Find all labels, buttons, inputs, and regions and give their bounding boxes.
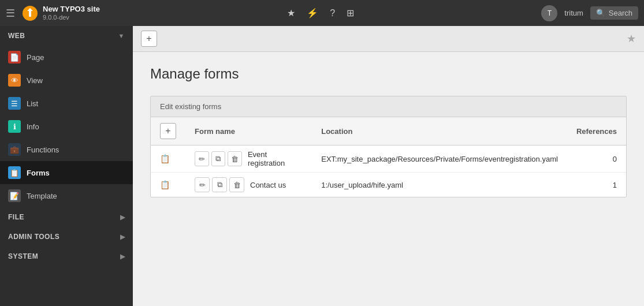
form-location-1: 1:/user_upload/hife.yaml (312, 173, 567, 197)
forms-table-section: Edit existing forms + Form name Location… (150, 96, 627, 197)
sidebar-item-template[interactable]: 📝 Template (0, 184, 133, 207)
form-name-cell: ✏ ⧉ 🗑 Contact us (185, 173, 312, 197)
topbar-right: T tritum 🔍 Search (541, 5, 638, 21)
bookmarks-icon[interactable]: ★ (287, 8, 295, 18)
content-body: Manage forms Edit existing forms + Form … (133, 52, 644, 211)
sidebar-section-admin-header[interactable]: ADMIN TOOLS ▶ (0, 227, 133, 247)
sidebar-item-info-label: Info (27, 122, 39, 131)
info-icon: ℹ (8, 120, 21, 133)
add-form-button[interactable]: + (141, 31, 157, 47)
sidebar-item-functions[interactable]: 💼 Functions (0, 138, 133, 161)
sidebar-section-file-header[interactable]: FILE ▶ (0, 207, 133, 227)
sidebar-section-web: WEB ▼ 📄 Page 👁 View ☰ List ℹ Info 💼 Fun (0, 26, 133, 207)
chevron-right-icon-system: ▶ (120, 253, 125, 260)
table-section-header: Edit existing forms (151, 96, 626, 117)
page-icon: 📄 (8, 51, 21, 64)
sidebar-item-view-label: View (27, 76, 43, 85)
delete-button-0[interactable]: 🗑 (228, 151, 242, 166)
help-icon[interactable]: ? (330, 8, 335, 18)
form-location-0: EXT:my_site_package/Resources/Private/Fo… (312, 145, 567, 173)
content-area: + ★ Manage forms Edit existing forms + F… (133, 26, 644, 306)
form-file-icon: 📋 (160, 180, 170, 189)
forms-table: + Form name Location References 📋 ✏ ⧉ (151, 117, 626, 197)
list-icon: ☰ (8, 97, 21, 110)
form-name-1: Contact us (250, 181, 286, 189)
sidebar-section-system-header[interactable]: SYSTEM ▶ (0, 247, 133, 266)
typo3-logo (22, 5, 38, 21)
page-title: Manage forms (150, 66, 627, 82)
topbar: ☰ New TYPO3 site 9.0.0-dev ★ ⚡ ? ⊞ T tri… (0, 0, 644, 26)
chevron-right-icon: ▶ (120, 214, 125, 221)
sidebar-section-system: SYSTEM ▶ (0, 247, 133, 266)
table-row: 📋 ✏ ⧉ 🗑 Contact us 1:/user_upload/hife.y… (151, 173, 626, 197)
actions-cell: ✏ ⧉ 🗑 Event registration (195, 150, 303, 167)
sidebar-item-forms[interactable]: 📋 Forms (0, 161, 133, 184)
functions-icon: 💼 (8, 143, 21, 156)
col-add: + (151, 117, 185, 145)
add-row-button[interactable]: + (160, 123, 176, 139)
duplicate-button-0[interactable]: ⧉ (211, 151, 226, 166)
hamburger-icon[interactable]: ☰ (6, 7, 15, 20)
flash-icon[interactable]: ⚡ (307, 8, 318, 18)
sidebar-section-file: FILE ▶ (0, 207, 133, 227)
search-icon: 🔍 (596, 9, 605, 17)
forms-icon: 📋 (8, 166, 21, 179)
table-header-row: + Form name Location References (151, 117, 626, 145)
duplicate-button-1[interactable]: ⧉ (212, 177, 227, 192)
chevron-down-icon: ▼ (118, 32, 125, 39)
form-icon-cell: 📋 (151, 145, 185, 173)
grid-icon[interactable]: ⊞ (347, 8, 354, 18)
form-references-1: 1 (567, 173, 626, 197)
delete-button-1[interactable]: 🗑 (229, 177, 244, 192)
avatar[interactable]: T (541, 5, 557, 21)
edit-button-1[interactable]: ✏ (195, 177, 210, 192)
col-location: Location (312, 117, 567, 145)
edit-button-0[interactable]: ✏ (195, 151, 209, 166)
form-name-cell: ✏ ⧉ 🗑 Event registration (185, 145, 312, 173)
sidebar-item-list[interactable]: ☰ List (0, 92, 133, 115)
sidebar-item-page[interactable]: 📄 Page (0, 46, 133, 69)
topbar-left: ☰ New TYPO3 site 9.0.0-dev (6, 5, 100, 21)
form-icon-cell: 📋 (151, 173, 185, 197)
topbar-center: ★ ⚡ ? ⊞ (100, 8, 541, 18)
form-file-icon: 📋 (160, 154, 170, 163)
chevron-right-icon-admin: ▶ (120, 233, 125, 241)
sidebar-item-info[interactable]: ℹ Info (0, 115, 133, 138)
search-box[interactable]: 🔍 Search (590, 6, 638, 20)
site-name: New TYPO3 site (43, 5, 100, 14)
site-info: New TYPO3 site 9.0.0-dev (43, 5, 100, 21)
sidebar-item-functions-label: Functions (27, 145, 59, 154)
form-references-0: 0 (567, 145, 626, 173)
favorite-icon[interactable]: ★ (627, 32, 636, 45)
col-form-name: Form name (185, 117, 312, 145)
actions-cell: ✏ ⧉ 🗑 Contact us (195, 177, 303, 192)
form-name-0: Event registration (248, 150, 303, 167)
sidebar-item-template-label: Template (27, 192, 57, 200)
sidebar-item-list-label: List (27, 99, 38, 108)
sidebar: WEB ▼ 📄 Page 👁 View ☰ List ℹ Info 💼 Fun (0, 26, 133, 306)
search-label: Search (609, 9, 632, 17)
col-references: References (567, 117, 626, 145)
main-layout: WEB ▼ 📄 Page 👁 View ☰ List ℹ Info 💼 Fun (0, 26, 644, 306)
sidebar-item-page-label: Page (27, 53, 44, 62)
sidebar-section-admin: ADMIN TOOLS ▶ (0, 227, 133, 247)
sidebar-section-web-header[interactable]: WEB ▼ (0, 26, 133, 46)
template-icon: 📝 (8, 189, 21, 202)
table-row: 📋 ✏ ⧉ 🗑 Event registration EXT:my_site_p… (151, 145, 626, 173)
sidebar-section-admin-label: ADMIN TOOLS (8, 233, 59, 241)
sidebar-item-view[interactable]: 👁 View (0, 69, 133, 92)
user-name: tritum (564, 9, 583, 17)
site-version: 9.0.0-dev (43, 14, 100, 21)
sidebar-section-system-label: SYSTEM (8, 252, 38, 260)
sidebar-section-web-label: WEB (8, 32, 25, 40)
content-toolbar: + ★ (133, 26, 644, 52)
sidebar-section-file-label: FILE (8, 213, 24, 221)
sidebar-item-forms-label: Forms (27, 169, 50, 177)
view-icon: 👁 (8, 74, 21, 87)
